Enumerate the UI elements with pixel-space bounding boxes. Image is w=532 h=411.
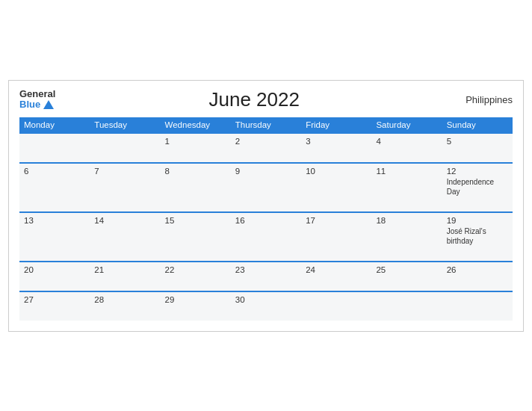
day-number: 14 (94, 216, 155, 225)
calendar-day-cell: 12Independence Day (442, 163, 513, 212)
day-number: 19 (447, 216, 508, 225)
calendar-day-cell: 25 (371, 262, 442, 291)
calendar-day-cell: 11 (371, 163, 442, 212)
day-number: 6 (24, 167, 85, 176)
calendar-day-cell: 7 (90, 163, 160, 212)
col-thursday: Thursday (231, 117, 301, 133)
calendar-day-cell: 2 (231, 133, 301, 163)
calendar-day-cell: 14 (90, 212, 160, 262)
calendar-day-cell: 13 (19, 212, 90, 262)
calendar-day-cell: 24 (301, 262, 371, 291)
calendar-day-cell: 10 (301, 163, 371, 212)
day-number: 8 (165, 167, 226, 176)
day-number: 11 (376, 167, 437, 176)
calendar-week-row: 12345 (19, 133, 513, 163)
day-number: 4 (376, 137, 437, 146)
day-number: 24 (306, 265, 367, 274)
calendar-grid: Monday Tuesday Wednesday Thursday Friday… (19, 117, 513, 321)
calendar-day-cell: 17 (301, 212, 371, 262)
calendar-day-cell: 23 (231, 262, 301, 291)
col-tuesday: Tuesday (90, 117, 160, 133)
calendar-day-cell: 1 (161, 133, 231, 163)
calendar-day-cell (19, 133, 90, 163)
calendar-day-cell: 21 (90, 262, 160, 291)
day-number: 27 (24, 295, 85, 304)
logo: General Blue (19, 89, 55, 111)
weekday-header-row: Monday Tuesday Wednesday Thursday Friday… (19, 117, 513, 133)
calendar-day-cell: 22 (161, 262, 231, 291)
calendar-day-cell: 15 (161, 212, 231, 262)
calendar-day-cell: 29 (161, 291, 231, 321)
day-number: 17 (306, 216, 367, 225)
day-number: 12 (447, 167, 508, 176)
calendar-day-cell: 18 (371, 212, 442, 262)
day-number: 29 (165, 295, 226, 304)
calendar-day-cell (90, 133, 160, 163)
day-number: 7 (94, 167, 155, 176)
logo-triangle-icon (43, 100, 54, 109)
calendar-day-cell: 5 (442, 133, 513, 163)
calendar-day-cell: 6 (19, 163, 90, 212)
calendar-day-cell: 9 (231, 163, 301, 212)
calendar-day-cell: 3 (301, 133, 371, 163)
day-number: 5 (447, 137, 508, 146)
day-number: 10 (306, 167, 367, 176)
logo-blue-text: Blue (19, 99, 55, 110)
day-number: 15 (165, 216, 226, 225)
col-friday: Friday (301, 117, 371, 133)
logo-general-text: General (19, 89, 55, 99)
calendar-day-cell (442, 291, 513, 321)
day-number: 16 (235, 216, 297, 225)
col-wednesday: Wednesday (161, 117, 231, 133)
calendar-week-row: 27282930 (19, 291, 513, 321)
event-label: Independence Day (447, 177, 508, 197)
day-number: 3 (306, 137, 367, 146)
calendar-day-cell: 20 (19, 262, 90, 291)
day-number: 2 (235, 137, 297, 146)
event-label: José Rizal's birthday (447, 226, 508, 246)
day-number: 26 (447, 265, 508, 274)
calendar-title: June 2022 (55, 88, 453, 111)
day-number: 1 (165, 137, 226, 146)
col-monday: Monday (19, 117, 90, 133)
calendar-day-cell: 16 (231, 212, 301, 262)
country-label: Philippines (453, 94, 513, 105)
calendar-day-cell: 26 (442, 262, 513, 291)
day-number: 13 (24, 216, 85, 225)
calendar-day-cell (371, 291, 442, 321)
day-number: 9 (235, 167, 297, 176)
day-number: 23 (235, 265, 297, 274)
col-sunday: Sunday (442, 117, 513, 133)
day-number: 28 (94, 295, 155, 304)
day-number: 25 (376, 265, 437, 274)
calendar-day-cell: 19José Rizal's birthday (442, 212, 513, 262)
calendar-week-row: 13141516171819José Rizal's birthday (19, 212, 513, 262)
col-saturday: Saturday (371, 117, 442, 133)
day-number: 30 (235, 295, 297, 304)
calendar-day-cell (301, 291, 371, 321)
calendar-container: General Blue June 2022 Philippines Monda… (8, 80, 524, 332)
calendar-day-cell: 27 (19, 291, 90, 321)
calendar-header: General Blue June 2022 Philippines (19, 88, 513, 111)
day-number: 22 (165, 265, 226, 274)
calendar-day-cell: 4 (371, 133, 442, 163)
calendar-week-row: 20212223242526 (19, 262, 513, 291)
calendar-day-cell: 8 (161, 163, 231, 212)
calendar-week-row: 6789101112Independence Day (19, 163, 513, 212)
day-number: 20 (24, 265, 85, 274)
day-number: 21 (94, 265, 155, 274)
calendar-day-cell: 28 (90, 291, 160, 321)
calendar-day-cell: 30 (231, 291, 301, 321)
day-number: 18 (376, 216, 437, 225)
